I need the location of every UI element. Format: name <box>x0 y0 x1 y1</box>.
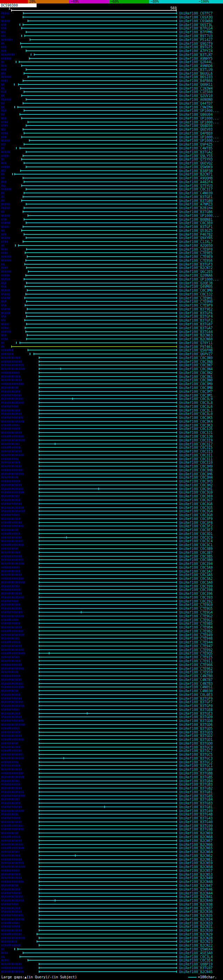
row-left-text <box>2 387 18 389</box>
alignment-tick <box>176 581 177 583</box>
row-left-text <box>2 885 18 886</box>
subject-label: UniRef100_C7E959 <box>179 670 213 674</box>
alignment-tick <box>39 379 39 381</box>
subject-label: UniRef100_C0C3G4 <box>179 509 213 513</box>
alignment-row: UniRef100_Q6PVZ7 <box>0 352 223 356</box>
alignment-line <box>39 567 176 568</box>
alignment-row: UniRef100_Q53GZ5 <box>0 228 223 232</box>
alignment-tick <box>176 383 177 385</box>
alignment-tick <box>176 166 177 168</box>
subject-label: UniRef100_Q86U04 <box>179 113 213 116</box>
subject-label: UniRef100_B3TG49 <box>179 808 213 813</box>
alignment-tick <box>39 764 39 767</box>
alignment-tick <box>24 143 24 145</box>
row-left-text <box>2 619 19 621</box>
alignment-tick <box>39 603 39 606</box>
alignment-row: UniRef100_C0C3N4 <box>0 367 223 371</box>
row-left-text <box>2 922 19 924</box>
alignment-line <box>39 840 176 841</box>
alignment-tick <box>176 952 177 954</box>
alignment-row: UniRef100_C0C3L9 <box>0 397 223 401</box>
alignment-tick <box>39 761 39 763</box>
alignment-row: UniRef100_A5E3A0 <box>0 951 223 955</box>
alignment-tick <box>176 289 177 291</box>
alignment-row: UniRef100_B3TGE8 <box>0 708 223 712</box>
alignment-line <box>22 212 176 212</box>
alignment-line <box>39 428 176 429</box>
subject-label: UniRef100_C7E948 <box>179 636 213 640</box>
alignment-tick <box>176 503 177 505</box>
alignment-line <box>39 795 176 796</box>
alignment-line <box>39 421 176 422</box>
row-left-text <box>2 188 11 190</box>
alignment-line <box>24 192 176 193</box>
row-left-text <box>2 649 23 651</box>
row-left-text <box>2 237 10 239</box>
alignment-line <box>39 668 176 669</box>
alignment-tick <box>39 753 39 756</box>
alignment-tick <box>176 832 177 834</box>
alignment-row: UniRef100_B3TLN7 <box>0 52 223 56</box>
alignment-tick <box>39 910 39 913</box>
alignment-tick <box>98 488 99 490</box>
scale-label-100: ~100% <box>199 0 209 3</box>
alignment-tick <box>39 690 39 692</box>
alignment-tick <box>87 712 87 714</box>
subject-label: UniRef100_C0C3E4 <box>179 958 213 962</box>
alignment-tick <box>19 147 20 149</box>
alignment-line <box>34 54 176 55</box>
alignment-tick <box>39 682 39 684</box>
subject-label: UniRef100_C0C3A9 <box>179 565 213 569</box>
alignment-line <box>39 477 176 478</box>
alignment-line <box>39 574 176 575</box>
alignment-line <box>26 313 176 313</box>
alignment-row: UniRef100_C6SW88 <box>0 19 223 23</box>
alignment-line <box>39 526 176 526</box>
alignment-row: UniRef100_B3TGB0 <box>0 199 223 202</box>
alignment-row: UniRef100_B3TGB6 <box>0 210 223 214</box>
alignment-tick <box>176 297 177 299</box>
alignment-tick <box>27 289 27 291</box>
alignment-line <box>39 582 176 583</box>
alignment-tick <box>176 854 177 857</box>
alignment-tick <box>39 375 39 377</box>
row-left-text <box>2 622 20 624</box>
alignment-tick <box>39 600 39 602</box>
alignment-tick <box>22 24 23 26</box>
alignment-row: UniRef100_B3TGC1 <box>0 764 223 768</box>
subject-label: UniRef100_Q2R44L <box>179 60 213 64</box>
subject-label: UniRef100_B7FPM6 <box>179 30 213 34</box>
subject-label: UniRef100_B2CN48 <box>179 880 213 884</box>
subject-label: UniRef100_UP1000... <box>179 213 219 217</box>
alignment-line <box>39 837 176 837</box>
alignment-tick <box>176 731 177 733</box>
subject-label: UniRef100_B9T7U3 <box>179 34 213 38</box>
alignment-tick <box>39 735 39 737</box>
alignment-tick <box>176 862 177 864</box>
alignment-line <box>39 612 176 612</box>
subject-label: UniRef100_B3TGB1 <box>179 790 213 794</box>
alignment-tick <box>176 970 177 973</box>
alignment-tick <box>39 907 39 909</box>
alignment-tick <box>16 147 17 149</box>
alignment-tick <box>39 832 39 834</box>
alignment-line <box>39 395 176 396</box>
alignment-tick <box>39 873 39 875</box>
alignment-tick <box>39 652 39 654</box>
alignment-tick <box>176 20 177 22</box>
row-left-text <box>2 828 24 830</box>
alignment-tick <box>39 686 39 688</box>
alignment-tick <box>12 173 13 175</box>
alignment-line <box>39 544 176 545</box>
alignment-row: UniRef100_P97461 <box>0 345 223 348</box>
subject-label: UniRef100_B3TG98 <box>179 827 213 831</box>
alignment-tick <box>39 697 39 700</box>
row-left-text <box>2 357 21 359</box>
alignment-row: UniRef100_C0C3N0 <box>0 378 223 382</box>
alignment-tick <box>176 603 177 606</box>
alignment-line <box>39 436 176 437</box>
row-left-text <box>2 768 22 770</box>
row-left-text <box>2 24 6 26</box>
row-left-text <box>2 54 15 56</box>
subject-label: UniRef100_B3TGF6 <box>179 311 213 315</box>
